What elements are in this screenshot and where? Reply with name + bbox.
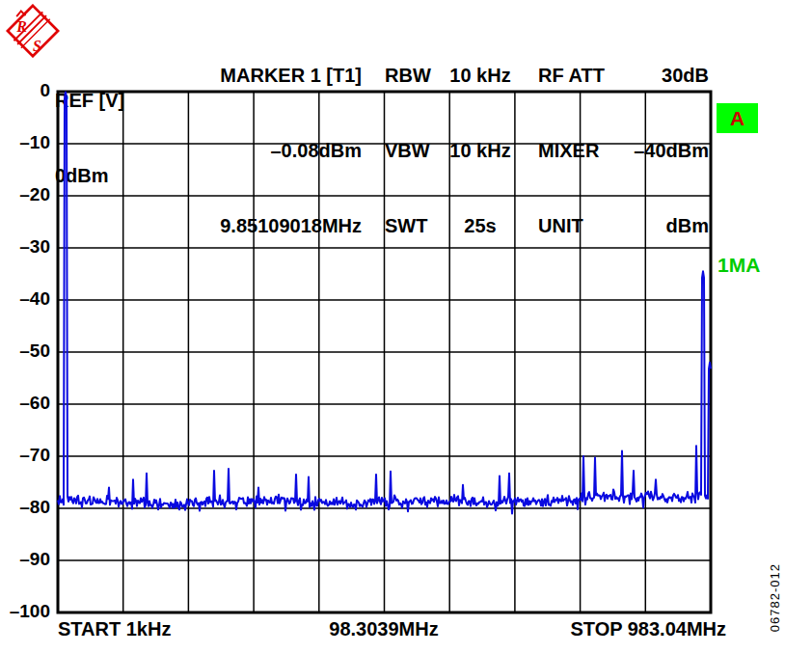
rohde-schwarz-logo: R S xyxy=(6,4,60,58)
y-axis-tick-label: –50 xyxy=(0,340,50,362)
figure-code: 06782-012 xyxy=(768,563,782,632)
y-axis-tick-label: –30 xyxy=(0,236,50,258)
y-axis-tick-label: –80 xyxy=(0,497,50,518)
y-axis-tick-label: 0 xyxy=(0,80,50,101)
start-frequency-label: START 1kHz xyxy=(58,616,171,641)
stop-frequency-label: STOP 983.04MHz xyxy=(570,616,726,641)
y-axis-tick-label: –20 xyxy=(0,184,50,205)
rf-att-value: 30dB xyxy=(598,63,709,88)
y-axis-tick-label: –40 xyxy=(0,288,50,310)
rbw-label: RBW xyxy=(385,63,431,88)
logo-letter-r: R xyxy=(15,18,27,35)
trace-a-badge-letter: A xyxy=(730,107,744,130)
trace-mode-label: 1MA xyxy=(717,254,760,277)
spectrum-analyzer-screen: { "header": { "ref_label": "REF [V]", "r… xyxy=(0,0,812,653)
rbw-value: 10 kHz xyxy=(436,63,525,88)
y-axis-tick-label: –90 xyxy=(0,549,50,570)
spectrum-plot xyxy=(56,90,713,614)
y-axis-tick-label: –100 xyxy=(0,601,50,622)
grid-lines xyxy=(58,92,711,612)
rf-att-label: RF ATT xyxy=(538,63,605,88)
y-axis-tick-label: –10 xyxy=(0,132,50,153)
logo-letter-s: S xyxy=(33,38,41,54)
y-axis-tick-label: –60 xyxy=(0,393,50,414)
marker-title: MARKER 1 [T1] xyxy=(145,63,362,88)
y-axis-tick-label: –70 xyxy=(0,445,50,466)
trace-a-badge: A xyxy=(717,103,758,133)
per-division-frequency-label: 98.3039MHz xyxy=(248,616,520,641)
